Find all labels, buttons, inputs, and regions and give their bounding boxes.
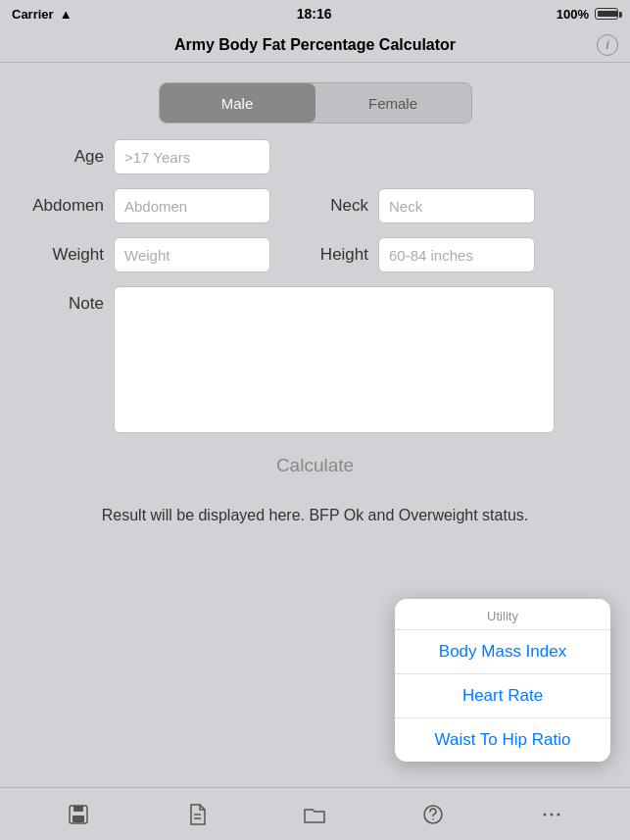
bottom-toolbar	[0, 787, 630, 840]
status-right: 100%	[557, 7, 618, 22]
svg-rect-1	[73, 806, 83, 812]
info-button[interactable]: i	[597, 34, 618, 56]
svg-point-8	[550, 813, 553, 815]
main-content: Male Female Age Abdomen Neck Weight	[0, 63, 630, 549]
popup-header: Utility	[395, 599, 610, 630]
abdomen-pair: Abdomen	[25, 188, 270, 223]
age-row: Age	[25, 139, 605, 174]
battery-icon	[595, 8, 618, 20]
wifi-icon: ▲	[60, 7, 73, 22]
svg-rect-2	[73, 815, 84, 822]
folder-button[interactable]	[295, 795, 334, 834]
document-button[interactable]	[177, 795, 217, 834]
age-label: Age	[25, 147, 114, 167]
help-icon	[421, 803, 445, 826]
female-option[interactable]: Female	[315, 83, 471, 123]
popup-item-heart-rate[interactable]: Heart Rate	[395, 674, 610, 718]
male-option[interactable]: Male	[160, 83, 315, 123]
save-button[interactable]	[59, 795, 98, 834]
height-input[interactable]	[378, 237, 535, 272]
popup-item-bmi[interactable]: Body Mass Index	[395, 630, 610, 674]
status-bar: Carrier ▲ 18:16 100%	[0, 0, 630, 27]
status-left: Carrier ▲	[12, 7, 73, 22]
popup-menu: Utility Body Mass Index Heart Rate Waist…	[395, 599, 610, 762]
neck-input[interactable]	[378, 188, 535, 223]
battery-label: 100%	[557, 7, 589, 22]
popup-item-waist-hip[interactable]: Waist To Hip Ratio	[395, 718, 610, 762]
weight-label: Weight	[25, 245, 114, 265]
result-text: Result will be displayed here. BFP Ok an…	[35, 504, 595, 527]
neck-pair: Neck	[290, 188, 535, 223]
height-label: Height	[290, 245, 378, 265]
height-pair: Height	[290, 237, 535, 272]
page-title: Army Body Fat Percentage Calculator	[174, 36, 456, 54]
more-button[interactable]	[532, 795, 571, 834]
document-icon	[185, 803, 209, 826]
svg-point-7	[543, 813, 546, 815]
note-label: Note	[25, 286, 114, 314]
weight-input[interactable]	[114, 237, 270, 272]
time-label: 18:16	[297, 6, 332, 22]
abdomen-input[interactable]	[114, 188, 270, 223]
note-row: Note	[25, 286, 605, 433]
title-bar: Army Body Fat Percentage Calculator i	[0, 27, 630, 63]
weight-height-row: Weight Height	[25, 237, 605, 272]
folder-icon	[303, 803, 326, 826]
info-icon: i	[606, 37, 609, 52]
save-icon	[67, 803, 90, 826]
help-button[interactable]	[413, 795, 453, 834]
abdomen-label: Abdomen	[25, 196, 114, 216]
neck-label: Neck	[290, 196, 378, 216]
more-icon	[540, 803, 563, 826]
svg-point-6	[432, 818, 434, 820]
svg-point-9	[557, 813, 559, 815]
calculate-button[interactable]: Calculate	[253, 447, 377, 484]
gender-toggle[interactable]: Male Female	[159, 82, 472, 124]
abdomen-neck-row: Abdomen Neck	[25, 188, 605, 223]
carrier-label: Carrier	[12, 7, 54, 22]
form-section: Age Abdomen Neck Weight Height	[25, 139, 605, 433]
age-input[interactable]	[114, 139, 270, 174]
note-textarea[interactable]	[114, 286, 555, 433]
weight-pair: Weight	[25, 237, 270, 272]
